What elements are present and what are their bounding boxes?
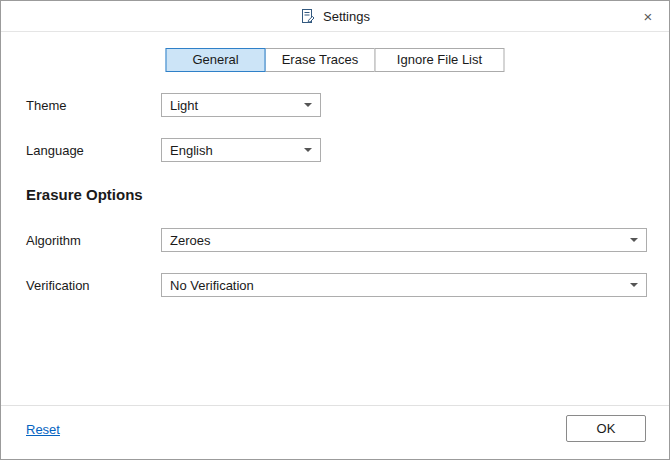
settings-app-icon <box>300 8 316 24</box>
title-group: Settings <box>300 8 370 24</box>
verification-label: Verification <box>26 278 90 293</box>
tab-ignore-file-list[interactable]: Ignore File List <box>375 48 505 72</box>
chevron-down-icon <box>630 283 638 287</box>
algorithm-select-value: Zeroes <box>170 233 210 248</box>
theme-label: Theme <box>26 98 66 113</box>
theme-select-value: Light <box>170 98 198 113</box>
algorithm-select[interactable]: Zeroes <box>161 228 647 252</box>
chevron-down-icon <box>630 238 638 242</box>
close-button[interactable]: × <box>627 1 669 31</box>
language-select-value: English <box>170 143 213 158</box>
tab-erase-traces[interactable]: Erase Traces <box>265 48 376 72</box>
language-label: Language <box>26 143 84 158</box>
erasure-options-heading: Erasure Options <box>26 186 143 203</box>
chevron-down-icon <box>304 103 312 107</box>
footer-divider <box>1 405 669 406</box>
settings-dialog: Settings × General Erase Traces Ignore F… <box>0 0 670 460</box>
theme-select[interactable]: Light <box>161 93 321 117</box>
algorithm-label: Algorithm <box>26 233 81 248</box>
reset-link[interactable]: Reset <box>26 422 60 437</box>
settings-tabbar: General Erase Traces Ignore File List <box>166 48 505 72</box>
chevron-down-icon <box>304 148 312 152</box>
window-title: Settings <box>323 9 370 24</box>
language-select[interactable]: English <box>161 138 321 162</box>
title-bar: Settings × <box>1 1 669 32</box>
tab-general[interactable]: General <box>166 48 266 72</box>
verification-select[interactable]: No Verification <box>161 273 647 297</box>
ok-button[interactable]: OK <box>566 415 646 442</box>
verification-select-value: No Verification <box>170 278 254 293</box>
